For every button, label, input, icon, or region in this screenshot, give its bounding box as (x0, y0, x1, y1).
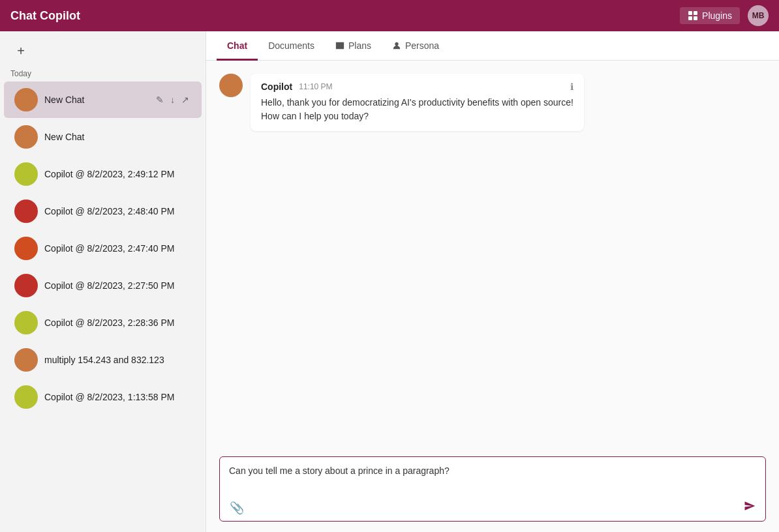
chat-name: Copilot @ 8/2/2023, 2:49:12 PM (44, 169, 191, 179)
chat-avatar (14, 237, 38, 260)
app-title: Chat Copilot (10, 9, 680, 23)
message-time: 11:10 PM (299, 82, 332, 91)
input-area: 📎 (206, 449, 779, 532)
content-area: ChatDocuments Plans Persona Copilot11:10… (206, 31, 779, 532)
chat-name: Copilot @ 8/2/2023, 2:48:40 PM (44, 206, 191, 216)
message-content: Copilot11:10 PMℹHello, thank you for dem… (251, 74, 584, 131)
plugins-icon (688, 10, 698, 21)
tab-documents[interactable]: Documents (258, 31, 325, 61)
plugins-button[interactable]: Plugins (680, 7, 740, 24)
tab-label-chat: Chat (227, 40, 247, 51)
chat-name: multiply 154.243 and 832.123 (44, 355, 191, 365)
chat-name: New Chat (44, 132, 191, 142)
chat-name: Copilot @ 8/2/2023, 2:27:50 PM (44, 280, 191, 291)
chat-list: New Chat✎↓↗New ChatCopilot @ 8/2/2023, 2… (0, 81, 206, 532)
chat-name: Copilot @ 8/2/2023, 1:13:58 PM (44, 392, 191, 402)
send-icon (744, 500, 756, 512)
download-chat-button[interactable]: ↓ (168, 93, 177, 106)
message-sender: Copilot (261, 81, 292, 92)
chat-avatar (14, 385, 38, 409)
chat-item[interactable]: Copilot @ 8/2/2023, 2:47:40 PM (4, 230, 202, 267)
message-avatar (219, 74, 243, 97)
chat-item[interactable]: Copilot @ 8/2/2023, 1:13:58 PM (4, 379, 202, 415)
user-avatar[interactable]: MB (748, 5, 769, 26)
chat-item[interactable]: New Chat (4, 119, 202, 155)
chat-item[interactable]: Copilot @ 8/2/2023, 2:28:36 PM (4, 304, 202, 341)
tab-chat[interactable]: Chat (217, 31, 258, 61)
message-info-icon[interactable]: ℹ (570, 81, 573, 92)
svg-point-4 (395, 42, 398, 46)
chat-item[interactable]: Copilot @ 8/2/2023, 2:49:12 PM (4, 156, 202, 192)
messages-area: Copilot11:10 PMℹHello, thank you for dem… (206, 61, 779, 449)
edit-chat-button[interactable]: ✎ (154, 93, 166, 106)
chat-item[interactable]: New Chat✎↓↗ (4, 81, 202, 118)
input-toolbar: 📎 (220, 495, 765, 521)
chat-name: New Chat (44, 95, 147, 105)
svg-rect-2 (688, 16, 692, 20)
chat-item[interactable]: multiply 154.243 and 832.123 (4, 342, 202, 378)
chat-name: Copilot @ 8/2/2023, 2:47:40 PM (44, 243, 191, 254)
tabs-bar: ChatDocuments Plans Persona (206, 31, 779, 61)
send-button[interactable] (741, 498, 759, 517)
chat-avatar (14, 88, 38, 111)
sidebar: + Today New Chat✎↓↗New ChatCopilot @ 8/2… (0, 31, 206, 532)
sidebar-section-today: Today (0, 66, 206, 81)
tab-label-plans: Plans (348, 40, 371, 51)
chat-avatar (14, 311, 38, 334)
persona-icon (392, 41, 401, 50)
plans-icon (335, 41, 344, 50)
tab-label-documents: Documents (268, 40, 314, 51)
chat-avatar (14, 162, 38, 186)
svg-rect-3 (694, 16, 697, 20)
header-right: Plugins MB (680, 5, 769, 26)
chat-item[interactable]: Copilot @ 8/2/2023, 2:27:50 PM (4, 267, 202, 304)
share-chat-button[interactable]: ↗ (179, 93, 191, 106)
svg-rect-1 (694, 11, 697, 15)
new-chat-button[interactable]: + (10, 40, 31, 61)
chat-name: Copilot @ 8/2/2023, 2:28:36 PM (44, 318, 191, 328)
svg-rect-0 (688, 11, 692, 15)
input-box: 📎 (219, 456, 766, 522)
chat-avatar (14, 274, 38, 297)
chat-item-actions: ✎↓↗ (154, 93, 191, 106)
tab-persona[interactable]: Persona (382, 31, 450, 61)
tab-label-persona: Persona (405, 40, 439, 51)
message-header: Copilot11:10 PMℹ (261, 81, 573, 92)
main-layout: + Today New Chat✎↓↗New ChatCopilot @ 8/2… (0, 31, 779, 532)
chat-avatar (14, 200, 38, 223)
chat-item[interactable]: Copilot @ 8/2/2023, 2:48:40 PM (4, 193, 202, 229)
message-input[interactable] (220, 457, 765, 495)
attach-button[interactable]: 📎 (226, 499, 247, 517)
sidebar-header: + (0, 31, 206, 66)
message-text: Hello, thank you for democratizing AI's … (261, 96, 573, 123)
chat-avatar (14, 125, 38, 149)
app-header: Chat Copilot Plugins MB (0, 0, 779, 31)
chat-avatar (14, 348, 38, 372)
tab-plans[interactable]: Plans (325, 31, 382, 61)
message-row: Copilot11:10 PMℹHello, thank you for dem… (219, 74, 766, 131)
